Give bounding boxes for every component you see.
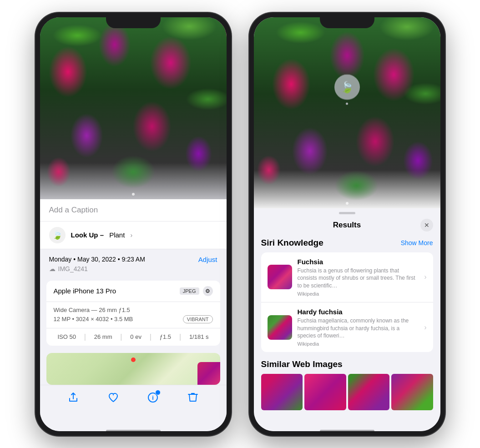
lookup-row[interactable]: 🍃 Look Up – Plant › [40,221,227,249]
results-title: Results [274,221,420,230]
left-phone: Add a Caption 🍃 Look Up – Plant › Monday… [35,13,231,436]
cloud-icon: ☁ [49,265,56,272]
siri-leaf-icon: 🍃 [340,81,354,94]
notch [106,13,161,28]
right-flower-bg [254,17,440,208]
results-header: Results ✕ [254,214,440,236]
results-panel: Results ✕ Siri Knowledge Show More Fuchs… [254,208,440,431]
notch-right [320,13,374,28]
exif-aperture: ƒ1.5 [160,333,171,340]
left-phone-screen: Add a Caption 🍃 Look Up – Plant › Monday… [40,17,227,431]
exif-focal: 26 mm [94,333,112,340]
resolution-row: 12 MP • 3024 × 4032 • 3.5 MB VIBRANT [54,315,213,323]
lookup-icon-circle: 🍃 [49,227,66,243]
similar-image-3[interactable] [348,374,390,410]
lookup-label: Look Up – [71,231,104,239]
knowledge-cards: Fuchsia Fuchsia is a genus of flowering … [261,252,433,352]
exif-iso: ISO 50 [57,333,76,340]
camera-type: Wide Camera — 26 mm ƒ1.5 [54,307,213,313]
device-name: Apple iPhone 13 Pro [54,287,116,295]
siri-knowledge-header: Siri Knowledge Show More [261,238,433,248]
favorite-button[interactable] [106,391,120,404]
adjust-button[interactable]: Adjust [198,256,217,263]
caption-field[interactable]: Add a Caption [40,199,227,221]
right-phone: 🍃 Results ✕ Siri Knowledge Show More [249,13,445,436]
hardy-fuchsia-source: Wikipedia [298,341,419,347]
fuchsia-card-info: Fuchsia Fuchsia is a genus of flowering … [298,258,419,297]
device-row: Apple iPhone 13 Pro JPEG ⚙ [46,281,220,302]
right-phone-screen: 🍃 Results ✕ Siri Knowledge Show More [254,17,440,431]
vibrant-badge: VIBRANT [183,315,213,323]
fuchsia-description: Fuchsia is a genus of flowering plants t… [298,267,419,290]
format-badge: JPEG [180,287,199,295]
delete-button[interactable] [186,391,200,404]
map-overlay-photo [197,362,220,385]
fuchsia-title: Fuchsia [298,258,419,266]
device-badges: JPEG ⚙ [180,286,213,296]
show-more-button[interactable]: Show More [401,239,433,247]
hardy-fuchsia-description: Fuchsia magellanica, commonly known as t… [298,317,419,340]
lookup-chevron: › [131,232,133,239]
fuchsia-chevron: › [424,273,426,281]
map-preview[interactable] [46,353,220,385]
flower-photo-background [40,17,227,199]
similar-image-2[interactable] [304,374,346,410]
home-indicator [106,430,161,432]
similar-images-header: Similar Web Images [261,359,433,369]
lookup-text: Look Up – Plant › [71,231,133,239]
results-content: Siri Knowledge Show More Fuchsia Fuchsia… [254,236,440,431]
photo-info-section: Add a Caption 🍃 Look Up – Plant › Monday… [40,199,227,431]
filename-row: ☁ IMG_4241 [49,265,217,272]
map-pin [131,357,136,362]
fuchsia-thumbnail [268,265,292,289]
hardy-fuchsia-title: Hardy fuchsia [298,308,419,316]
siri-icon-circle: 🍃 [334,75,360,100]
device-section: Apple iPhone 13 Pro JPEG ⚙ Wide Camera —… [46,281,220,346]
similar-images-title: Similar Web Images [261,359,343,369]
close-button[interactable]: ✕ [420,219,433,232]
fuchsia-card[interactable]: Fuchsia Fuchsia is a genus of flowering … [261,252,433,302]
hardy-fuchsia-card[interactable]: Hardy fuchsia Fuchsia magellanica, commo… [261,302,433,352]
info-button[interactable]: i [146,391,160,404]
exif-shutter: 1/181 s [189,333,209,340]
filename: IMG_4241 [58,265,88,272]
date-section: Monday • May 30, 2022 • 9:23 AM Adjust ☁… [40,249,227,277]
photo-scroll-indicator [132,193,135,196]
siri-knowledge-title: Siri Knowledge [261,238,323,248]
share-button[interactable] [66,391,80,404]
home-indicator-right [320,430,374,432]
resolution-text: 12 MP • 3024 × 4032 • 3.5 MB [54,316,133,322]
right-scroll-indicator [346,202,349,205]
hardy-fuchsia-chevron: › [424,323,426,332]
hardy-fuchsia-card-info: Hardy fuchsia Fuchsia magellanica, commo… [298,308,419,347]
bottom-toolbar: i [40,385,227,417]
similar-image-1[interactable] [261,374,303,410]
right-flower-photo[interactable]: 🍃 [254,17,440,208]
siri-dot [346,103,348,105]
similar-image-4[interactable] [391,374,433,410]
similar-images-strip [261,374,433,410]
hardy-fuchsia-thumbnail [268,315,292,340]
siri-visual-intelligence: 🍃 [334,75,360,105]
lookup-subject: Plant [109,231,125,239]
date-text: Monday • May 30, 2022 • 9:23 AM [49,256,145,263]
flower-photo[interactable] [40,17,227,199]
svg-text:i: i [152,394,154,401]
date-row: Monday • May 30, 2022 • 9:23 AM Adjust [49,256,217,263]
exif-exposure: 0 ev [130,333,141,340]
leaf-icon: 🍃 [52,230,62,240]
camera-specs: Wide Camera — 26 mm ƒ1.5 12 MP • 3024 × … [46,302,220,328]
exif-row: ISO 50 | 26 mm | 0 ev | ƒ1.5 | 1/181 s [46,328,220,346]
gear-icon[interactable]: ⚙ [203,286,213,296]
info-badge [155,390,161,395]
fuchsia-source: Wikipedia [298,291,419,297]
